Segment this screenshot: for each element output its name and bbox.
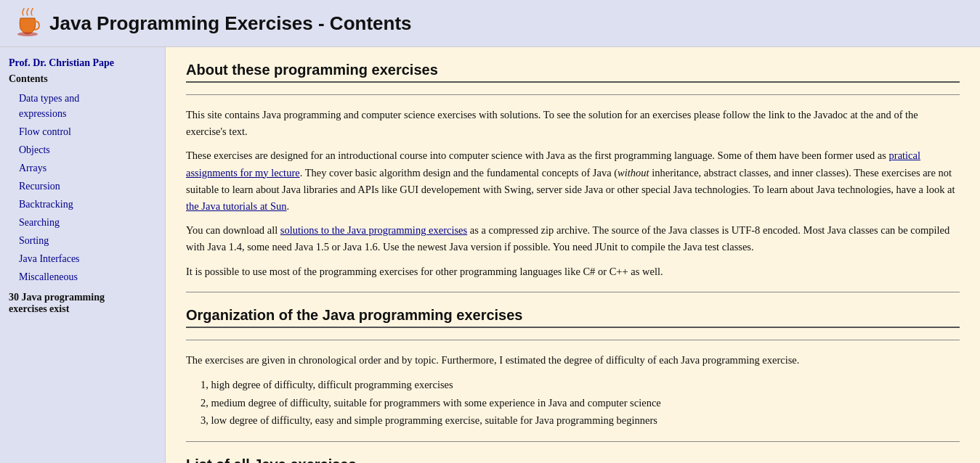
sidebar-item-sorting[interactable]: Sorting <box>9 232 156 250</box>
layout: Prof. Dr. Christian Pape Contents Data t… <box>0 47 980 463</box>
difficulty-item-1: 1, high degree of difficulty, difficult … <box>201 376 960 394</box>
java-logo-icon <box>15 9 41 38</box>
prof-link[interactable]: Prof. Dr. Christian Pape <box>9 57 156 69</box>
sidebar-item-data-types[interactable]: Data types andexpressions <box>9 89 156 123</box>
divider-2 <box>186 292 960 292</box>
difficulty-list: 1, high degree of difficulty, difficult … <box>186 376 960 430</box>
sidebar-item-objects[interactable]: Objects <box>9 141 156 159</box>
para2-end: . <box>287 200 290 212</box>
java-tutorials-link[interactable]: the Java tutorials at Sun <box>186 200 287 212</box>
difficulty-item-2: 2, medium degree of difficulty, suitable… <box>201 394 960 412</box>
main-content: About these programming exercises This s… <box>166 47 980 463</box>
sidebar: Prof. Dr. Christian Pape Contents Data t… <box>0 47 166 463</box>
para2-italic: without <box>617 167 649 179</box>
para2: These exercises are designed for an intr… <box>186 147 960 215</box>
page-title: Java Programming Exercises - Contents <box>49 12 412 35</box>
divider-3 <box>186 340 960 340</box>
solutions-link[interactable]: solutions to the Java programming exerci… <box>280 224 467 236</box>
para3-before: You can download all <box>186 224 280 236</box>
section1-title: About these programming exercises <box>186 62 960 83</box>
section2-title: Organization of the Java programming exe… <box>186 307 960 328</box>
divider-4 <box>186 441 960 442</box>
contents-label: Contents <box>9 73 156 85</box>
para2-middle: . They cover basic algorithm design and … <box>300 167 617 179</box>
header: Java Programming Exercises - Contents <box>0 0 980 47</box>
content-block-1: This site contains Java programming and … <box>186 107 960 280</box>
org-para: The exercises are given in chronological… <box>186 352 960 369</box>
sidebar-item-miscalleneous[interactable]: Miscalleneous <box>9 268 156 286</box>
sidebar-item-searching[interactable]: Searching <box>9 213 156 232</box>
sidebar-item-backtracking[interactable]: Backtracking <box>9 195 156 213</box>
sidebar-item-recursion[interactable]: Recursion <box>9 177 156 195</box>
sidebar-item-arrays[interactable]: Arrays <box>9 159 156 177</box>
section3-title: List of all Java exercises <box>186 456 960 463</box>
sidebar-item-java-interfaces[interactable]: Java Interfaces <box>9 250 156 268</box>
svg-point-1 <box>17 32 38 36</box>
divider-1 <box>186 94 960 95</box>
para4: It is possible to use most of the progra… <box>186 263 960 280</box>
para2-before: These exercises are designed for an intr… <box>186 149 889 161</box>
para1: This site contains Java programming and … <box>186 107 960 140</box>
sidebar-item-flow-control[interactable]: Flow control <box>9 123 156 141</box>
difficulty-item-3: 3, low degree of difficulty, easy and si… <box>201 411 960 430</box>
para3: You can download all solutions to the Ja… <box>186 222 960 255</box>
exercises-count-label: 30 Java programmingexercises exist <box>9 292 156 315</box>
content-block-2: The exercises are given in chronological… <box>186 352 960 430</box>
